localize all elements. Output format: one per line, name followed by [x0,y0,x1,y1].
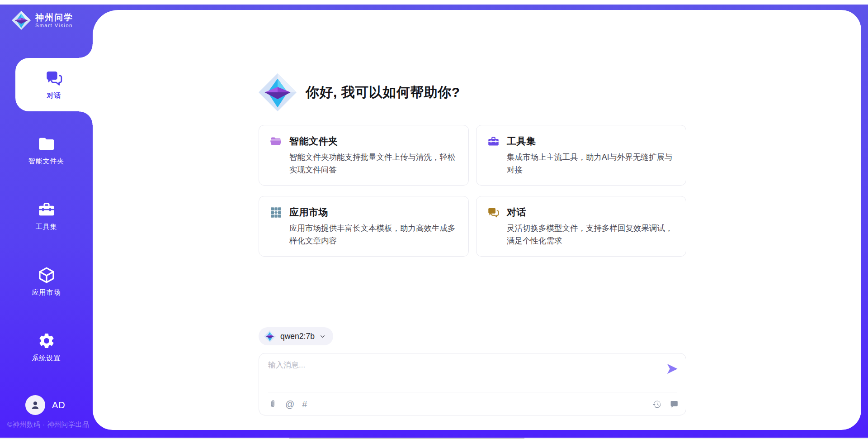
card-chat[interactable]: 对话 灵活切换多模型文件，支持多样回复效果调试，满足个性化需求 [476,196,686,257]
card-smart-folder[interactable]: 智能文件夹 智能文件夹功能支持批量文件上传与清洗，轻松实现文件问答 [259,125,469,186]
send-icon[interactable] [666,363,679,375]
composer-area: qwen2:7b @ # [259,327,686,415]
card-toolset[interactable]: 工具集 集成市场上主流工具，助力AI与外界无缝扩展与对接 [476,125,686,186]
brand-diamond-icon [259,73,297,111]
sidebar-nav: 对话 智能文件夹 工具集 应用市场 系统设置 [0,58,93,386]
grid-icon [270,206,282,219]
sidebar-item-label: 应用市场 [32,288,61,297]
user-initials: AD [52,400,66,410]
card-title: 应用市场 [289,206,328,219]
chat-bubbles-icon [45,69,63,87]
feature-cards: 智能文件夹 智能文件夹功能支持批量文件上传与清洗，轻松实现文件问答 工具集 集成… [259,125,686,257]
folder-open-icon [270,135,282,148]
message-input-box: @ # [259,353,686,415]
card-description: 集成市场上主流工具，助力AI与外界无缝扩展与对接 [507,151,677,176]
card-title: 智能文件夹 [289,135,338,148]
brand-diamond-icon [264,330,276,342]
model-selector[interactable]: qwen2:7b [259,327,333,345]
greeting-text: 你好, 我可以如何帮助你? [306,83,460,102]
main-panel: 你好, 我可以如何帮助你? 智能文件夹 智能文件夹功能支持批量文件上传与清洗，轻… [93,10,861,430]
user-account[interactable]: AD [25,395,66,415]
card-description: 灵活切换多模型文件，支持多样回复效果调试，满足个性化需求 [507,222,677,247]
greeting-block: 你好, 我可以如何帮助你? [259,73,686,111]
folder-icon [38,135,56,153]
cube-icon [38,266,56,284]
sidebar-item-toolset[interactable]: 工具集 [0,189,93,243]
sidebar-item-chat[interactable]: 对话 [15,58,93,111]
card-title: 对话 [507,206,526,219]
sidebar-item-label: 智能文件夹 [28,157,65,166]
card-title: 工具集 [507,135,536,148]
message-square-icon[interactable] [669,400,679,409]
chevron-down-icon [319,333,326,340]
avatar [25,395,45,415]
brand-subtitle: Smart Vision [35,23,73,28]
brand-diamond-icon [12,11,31,30]
hash-icon[interactable]: # [302,400,307,409]
sidebar-item-smart-folder[interactable]: 智能文件夹 [0,124,93,177]
person-icon [29,399,41,411]
sidebar-item-label: 工具集 [36,223,57,231]
composer-divider [268,392,677,392]
message-input[interactable] [268,360,657,388]
sidebar-item-label: 系统设置 [32,354,61,363]
at-icon[interactable]: @ [285,400,294,409]
sidebar-footer-text: ©神州数码 · 神州问学出品 [7,420,89,429]
gear-icon [38,332,56,350]
toolbox-icon [38,200,56,219]
sidebar-item-settings[interactable]: 系统设置 [0,320,93,374]
paperclip-icon[interactable] [268,400,278,409]
history-icon[interactable] [652,400,661,409]
card-app-market[interactable]: 应用市场 应用市场提供丰富长文本模板，助力高效生成多样化文章内容 [259,196,469,257]
brand-name: 神州问学 [35,13,73,23]
sidebar-item-label: 对话 [47,91,61,100]
sidebar-item-app-market[interactable]: 应用市场 [0,255,93,308]
brand-logo: 神州问学 Smart Vision [12,11,73,30]
card-description: 应用市场提供丰富长文本模板，助力高效生成多样化文章内容 [289,222,459,247]
card-description: 智能文件夹功能支持批量文件上传与清洗，轻松实现文件问答 [289,151,459,176]
model-name: qwen2:7b [280,332,315,341]
toolbox-icon [487,135,500,148]
chat-bubbles-icon [487,206,500,219]
